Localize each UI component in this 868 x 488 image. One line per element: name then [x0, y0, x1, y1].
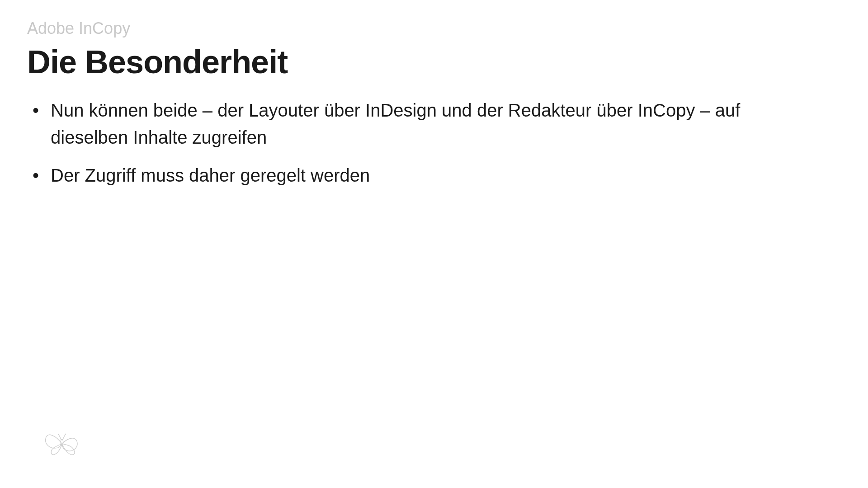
slide-content: Adobe InCopy Die Besonderheit Nun können…	[0, 0, 868, 219]
list-item: Nun können beide – der Layouter über InD…	[51, 97, 841, 151]
slide-title: Die Besonderheit	[27, 43, 841, 80]
slide-subtitle: Adobe InCopy	[27, 19, 841, 38]
butterfly-logo-icon	[42, 426, 82, 462]
list-item: Der Zugriff muss daher geregelt werden	[51, 162, 841, 189]
bullet-list: Nun können beide – der Layouter über InD…	[27, 97, 841, 189]
